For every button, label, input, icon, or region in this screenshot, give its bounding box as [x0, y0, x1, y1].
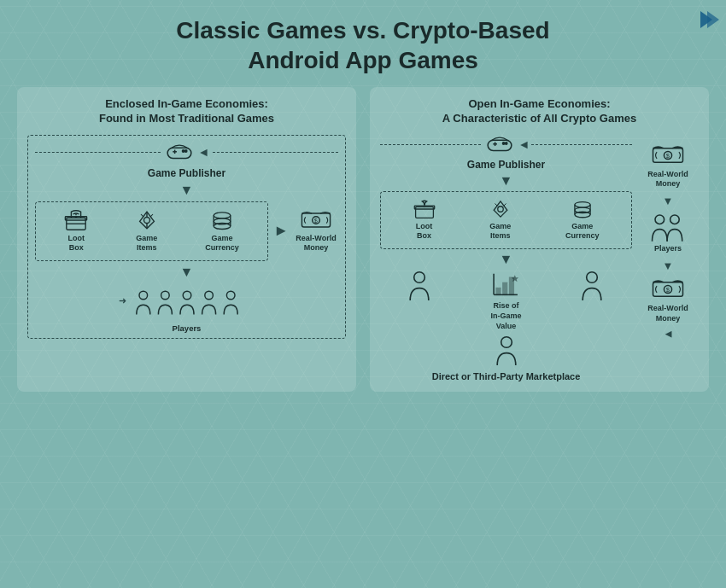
right-players-arrow-down: ▼ — [663, 259, 674, 272]
svg-rect-49 — [497, 288, 501, 295]
svg-point-28 — [204, 291, 213, 300]
svg-point-5 — [182, 150, 184, 152]
left-gamepad-icon — [166, 143, 193, 162]
right-player-bottom-icon — [495, 335, 518, 368]
svg-point-11 — [143, 217, 149, 223]
svg-point-33 — [502, 143, 504, 144]
right-player-left — [407, 270, 431, 303]
svg-point-6 — [184, 150, 186, 152]
left-heading: Enclosed In-Game Economies: Found in Mos… — [27, 97, 346, 126]
right-items-row: Loot Box Game Items — [388, 199, 624, 242]
svg-text:➜: ➜ — [119, 295, 126, 306]
svg-point-46 — [414, 272, 425, 283]
logo — [694, 7, 719, 32]
marketplace-label: Direct or Third-Party Marketplace — [380, 371, 632, 381]
left-arrow-down-1: ▼ — [180, 183, 194, 197]
svg-rect-50 — [503, 283, 507, 295]
right-player-bottom — [495, 335, 518, 368]
right-rwm-arrow-left: ► — [663, 329, 674, 341]
columns-container: Enclosed In-Game Economies: Found in Mos… — [17, 87, 709, 392]
left-real-world-money: $ Real-World Money — [294, 209, 338, 253]
left-items-box: Loot Box G — [35, 201, 268, 261]
svg-rect-51 — [510, 277, 514, 294]
svg-point-39 — [575, 201, 590, 207]
svg-rect-30 — [488, 140, 512, 150]
left-game-items: Game Items — [135, 209, 159, 253]
right-rwm-top: $ Real-World Money — [647, 143, 688, 189]
right-loot-box: Loot Box — [413, 199, 436, 242]
right-rise-value-icon: Rise of In-Game Value — [490, 270, 521, 331]
title-section: Classic Games vs. Crypto-Based Android A… — [17, 9, 709, 75]
svg-point-57 — [655, 215, 665, 224]
right-heading: Open In-Game Economies: A Characteristic… — [380, 97, 699, 126]
right-publisher-label: Game Publisher — [467, 159, 545, 171]
right-side-players: Players — [649, 212, 687, 254]
right-player-right — [580, 270, 604, 303]
page-container: Classic Games vs. Crypto-Based Android A… — [0, 0, 726, 588]
right-column: Open In-Game Economies: A Characteristic… — [370, 87, 709, 392]
right-items-box: Loot Box Game Items — [380, 191, 632, 249]
svg-point-53 — [501, 337, 512, 348]
left-players-row: ➜ — [119, 285, 255, 319]
right-game-currency: Game Currency — [565, 199, 600, 242]
svg-point-26 — [161, 291, 169, 300]
right-arrow-down-2: ▼ — [500, 253, 513, 266]
left-items-row: Loot Box G — [43, 209, 261, 253]
right-gamepad-icon — [486, 135, 513, 154]
svg-point-52 — [587, 272, 598, 283]
main-title: Classic Games vs. Crypto-Based Android A… — [17, 15, 709, 75]
right-rwm-bottom: $ Real-World Money — [647, 277, 688, 323]
left-players-label: Players — [173, 323, 202, 334]
right-main-content: ◄ Game Publisher ▼ — [380, 135, 632, 381]
right-bottom-players-rise: Rise of In-Game Value — [380, 270, 632, 331]
svg-point-14 — [214, 212, 231, 218]
svg-rect-35 — [415, 207, 433, 218]
left-game-currency: Game Currency — [205, 209, 239, 253]
left-column: Enclosed In-Game Economies: Found in Mos… — [17, 87, 356, 392]
svg-rect-2 — [167, 148, 191, 158]
svg-text:$: $ — [314, 217, 318, 224]
svg-marker-1 — [707, 11, 719, 28]
right-side-content: $ Real-World Money ▼ — [637, 135, 699, 381]
svg-point-29 — [226, 291, 235, 300]
right-arrow-down-1: ▼ — [500, 174, 513, 188]
left-publisher-label: Game Publisher — [148, 167, 225, 179]
right-top-section: ◄ Game Publisher ▼ — [380, 135, 699, 381]
left-outer-dashed: ◄ Game Publisher ▼ — [27, 135, 346, 339]
svg-point-38 — [497, 207, 503, 212]
right-game-items: Game Items — [489, 199, 512, 242]
svg-point-34 — [505, 143, 506, 144]
right-rwm-arrow-down: ▼ — [663, 195, 674, 207]
left-loot-box: Loot Box — [64, 209, 88, 253]
svg-rect-36 — [414, 206, 434, 209]
svg-point-25 — [139, 291, 148, 300]
left-arrow-down-2: ▼ — [180, 265, 194, 279]
svg-point-27 — [183, 291, 191, 300]
svg-point-58 — [670, 215, 680, 224]
